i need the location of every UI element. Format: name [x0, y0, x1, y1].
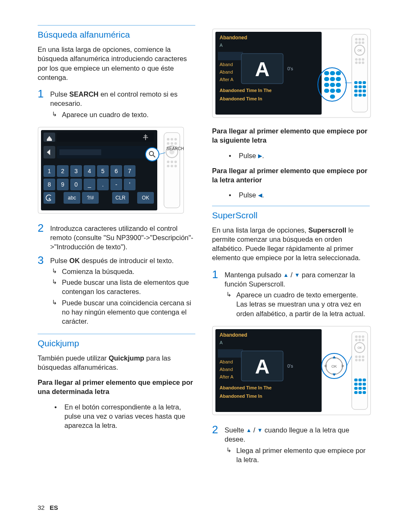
step-2: 2 Introduzca caracteres utilizando el co… — [38, 222, 195, 252]
text-bold: Superscroll — [308, 226, 346, 234]
page-number: 32 — [38, 504, 45, 511]
svg-text:3: 3 — [74, 168, 78, 174]
sub-text: Puede buscar una lista de elementos que … — [62, 278, 195, 297]
page-footer: 32 ES — [38, 504, 58, 511]
bullet-icon: • — [54, 402, 64, 430]
svg-point-49 — [174, 138, 177, 141]
sub-result: ↳Comienza la búsqueda. — [50, 267, 195, 276]
step-number: 1 — [38, 88, 50, 121]
triangle-down-icon: ▼ — [257, 427, 263, 433]
svg-point-94 — [355, 41, 358, 44]
svg-text:6: 6 — [115, 168, 118, 174]
bullet-icon: • — [229, 190, 239, 200]
svg-text:After A: After A — [220, 77, 234, 82]
superscroll-step-2: 2 Suelte ▲ / ▼ cuando llegue a la letra … — [212, 424, 370, 466]
svg-point-58 — [174, 165, 177, 167]
svg-text:A: A — [220, 43, 223, 48]
sub-result: ↳Aparece un cuadro de texto. — [50, 110, 195, 119]
svg-rect-151 — [363, 383, 366, 386]
sub-result: ↳Puede buscar una lista de elementos que… — [50, 278, 195, 297]
result-arrow-icon: ↳ — [50, 110, 62, 119]
svg-point-92 — [358, 38, 361, 41]
svg-rect-86 — [330, 95, 335, 99]
para-alpha-intro: En una lista larga de opciones, comience… — [38, 45, 195, 82]
svg-rect-78 — [330, 77, 335, 81]
svg-text:OK: OK — [358, 49, 362, 52]
svg-text:After A: After A — [220, 374, 234, 379]
svg-text:-: - — [115, 181, 118, 188]
svg-rect-109 — [354, 90, 358, 92]
bullet-text: Pulse ▶. — [239, 151, 264, 160]
bullet-item: •Pulse ◀. — [229, 190, 370, 200]
svg-text:7: 7 — [128, 168, 131, 174]
language-code: ES — [50, 504, 58, 511]
svg-point-142 — [362, 356, 364, 358]
svg-point-53 — [167, 161, 169, 163]
svg-text:5: 5 — [101, 168, 105, 174]
svg-text:CLR: CLR — [115, 195, 125, 201]
svg-text:OK: OK — [142, 195, 149, 201]
svg-rect-108 — [363, 85, 366, 88]
text-bold: Quickjump — [109, 354, 144, 362]
bullet-item: •Pulse ▶. — [229, 151, 370, 160]
svg-point-56 — [167, 165, 169, 167]
svg-text:Abandoned: Abandoned — [220, 332, 247, 338]
svg-text:Aband: Aband — [220, 69, 233, 74]
svg-rect-36 — [43, 192, 55, 204]
result-arrow-icon: ↳ — [50, 267, 62, 276]
svg-rect-150 — [358, 383, 362, 386]
callout-dpad: OK — [322, 353, 347, 379]
step-3: 3 Pulse OK después de introducir el text… — [38, 254, 195, 328]
svg-rect-149 — [354, 383, 358, 386]
svg-rect-131 — [352, 332, 368, 409]
svg-rect-75 — [330, 71, 335, 75]
bullet-text: Pulse ◀. — [239, 190, 264, 200]
keypad-row-1: 1 2 3 4 5 6 7 — [43, 165, 136, 177]
step-text: Introduzca caracteres utilizando el cont… — [50, 225, 193, 251]
bullet-icon: • — [229, 151, 239, 160]
svg-point-96 — [362, 41, 364, 44]
svg-rect-156 — [358, 391, 362, 394]
callout-circle — [146, 148, 159, 161]
svg-rect-119 — [218, 349, 243, 358]
bullet-text: En el botón correspondiente a la letra, … — [64, 402, 195, 430]
text: En una lista larga de opciones, — [212, 226, 308, 234]
svg-point-134 — [355, 335, 358, 338]
svg-text:0's: 0's — [287, 66, 293, 71]
result-arrow-icon: ↳ — [225, 446, 236, 465]
svg-text:1: 1 — [48, 168, 51, 174]
bullet-item: •En el botón correspondiente a la letra,… — [54, 402, 195, 430]
step-number: 3 — [38, 254, 50, 328]
svg-text:9: 9 — [61, 181, 64, 188]
svg-text:Abandoned Time In: Abandoned Time In — [220, 96, 262, 101]
divider — [212, 206, 370, 206]
svg-point-135 — [358, 335, 361, 338]
svg-rect-83 — [324, 89, 329, 93]
triangle-up-icon: ▲ — [246, 427, 251, 433]
svg-point-47 — [167, 138, 169, 141]
svg-point-138 — [358, 339, 361, 341]
svg-text:OK: OK — [358, 346, 362, 349]
svg-point-50 — [167, 142, 169, 145]
svg-rect-85 — [336, 89, 341, 93]
svg-rect-154 — [363, 387, 366, 390]
svg-text:Abandoned Time In The: Abandoned Time In The — [220, 88, 271, 93]
result-arrow-icon: ↳ — [50, 298, 62, 326]
svg-rect-82 — [336, 83, 341, 87]
svg-rect-77 — [324, 77, 329, 81]
svg-point-91 — [355, 38, 358, 41]
svg-rect-65 — [218, 52, 243, 60]
svg-point-136 — [362, 335, 364, 338]
svg-point-100 — [355, 61, 358, 64]
svg-rect-111 — [363, 90, 366, 92]
svg-rect-152 — [354, 387, 358, 390]
step-text: Pulse — [50, 90, 69, 98]
divider — [38, 25, 195, 26]
step-text: Mantenga pulsado — [225, 271, 283, 279]
key-label-ok: OK — [69, 257, 80, 264]
svg-rect-146 — [354, 379, 358, 381]
text: Pulse — [239, 191, 258, 199]
svg-text:A: A — [220, 340, 223, 345]
svg-rect-74 — [324, 71, 329, 75]
play-left-icon: ◀ — [258, 192, 262, 198]
